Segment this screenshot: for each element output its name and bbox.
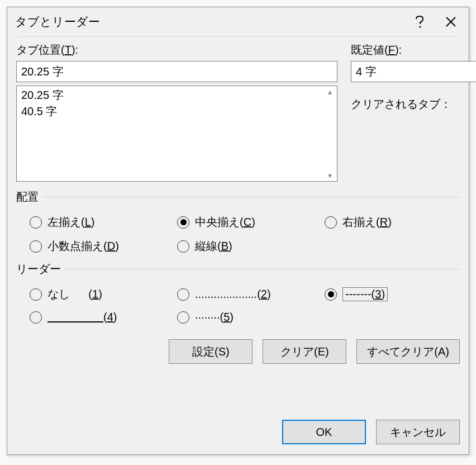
list-item[interactable]: 40.5 字: [21, 103, 332, 120]
tab-position-input[interactable]: [16, 61, 337, 82]
default-input[interactable]: [351, 61, 476, 82]
radio-label: 右揃え(R): [342, 215, 392, 230]
radio-icon: [30, 311, 42, 324]
scroll-down-icon[interactable]: ▾: [323, 171, 336, 180]
radio-align-center[interactable]: 中央揃え(C): [177, 215, 325, 230]
scroll-up-icon[interactable]: ▴: [323, 87, 336, 96]
radio-icon: [325, 288, 337, 301]
radio-icon: [30, 240, 42, 253]
tabs-dialog: タブとリーダー タブ位置(T): 20.25 字: [7, 7, 469, 455]
radio-align-bar[interactable]: 縦線(B): [177, 239, 325, 254]
radio-label: ········(5): [195, 311, 234, 324]
cancel-button[interactable]: キャンセル: [376, 420, 460, 444]
radio-icon: [325, 216, 337, 229]
clear-button[interactable]: クリア(E): [263, 339, 346, 364]
radio-label: -------(3): [342, 287, 388, 301]
radio-label: なし (1): [47, 287, 102, 302]
radio-icon: [30, 288, 42, 301]
radio-align-left[interactable]: 左揃え(L): [30, 215, 177, 230]
divider: [43, 197, 460, 197]
dialog-title: タブとリーダー: [15, 14, 404, 30]
close-icon: [446, 17, 456, 27]
radio-label: 小数点揃え(D): [47, 239, 119, 254]
radio-label: 中央揃え(C): [195, 215, 255, 230]
tab-position-list[interactable]: 20.25 字 40.5 字 ▴ ▾: [16, 86, 337, 182]
set-button[interactable]: 設定(S): [169, 339, 253, 364]
title-bar: タブとリーダー: [7, 7, 469, 36]
tab-position-label: タブ位置(T):: [16, 42, 337, 58]
radio-icon: [30, 216, 42, 229]
clear-all-button[interactable]: すべてクリア(A): [356, 339, 460, 364]
ok-button[interactable]: OK: [282, 420, 366, 444]
button-label: キャンセル: [390, 425, 446, 440]
help-icon: [414, 16, 425, 28]
alignment-group-label: 配置: [16, 189, 43, 205]
svg-point-0: [419, 26, 421, 27]
help-button[interactable]: [404, 7, 435, 36]
radio-leader-middots[interactable]: ········(5): [177, 311, 325, 324]
radio-leader-dashes[interactable]: -------(3): [325, 287, 460, 301]
cleared-tabs-label: クリアされるタブ：: [351, 97, 460, 112]
button-label: OK: [316, 426, 332, 439]
button-label: 設定(S): [192, 344, 230, 359]
radio-icon: [177, 288, 189, 301]
default-spinner[interactable]: ▲ ▼: [351, 61, 460, 82]
divider: [65, 269, 460, 269]
radio-leader-dots[interactable]: ....................(2): [177, 288, 325, 301]
default-label: 既定値(F):: [351, 42, 460, 58]
radio-label: 縦線(B): [195, 239, 232, 254]
button-label: クリア(E): [280, 344, 329, 359]
close-button[interactable]: [435, 7, 467, 36]
button-label: すべてクリア(A): [367, 344, 449, 359]
radio-icon: [177, 216, 189, 229]
radio-leader-none[interactable]: なし (1): [30, 287, 177, 302]
radio-icon: [177, 311, 189, 324]
radio-align-right[interactable]: 右揃え(R): [325, 215, 460, 230]
radio-label: (4): [47, 311, 117, 324]
radio-label: ....................(2): [195, 288, 271, 301]
radio-label: 左揃え(L): [47, 215, 94, 230]
leader-group-label: リーダー: [16, 262, 65, 277]
radio-icon: [177, 240, 189, 253]
radio-leader-underline[interactable]: (4): [30, 311, 177, 324]
list-item[interactable]: 20.25 字: [21, 87, 332, 103]
radio-align-decimal[interactable]: 小数点揃え(D): [30, 239, 177, 254]
